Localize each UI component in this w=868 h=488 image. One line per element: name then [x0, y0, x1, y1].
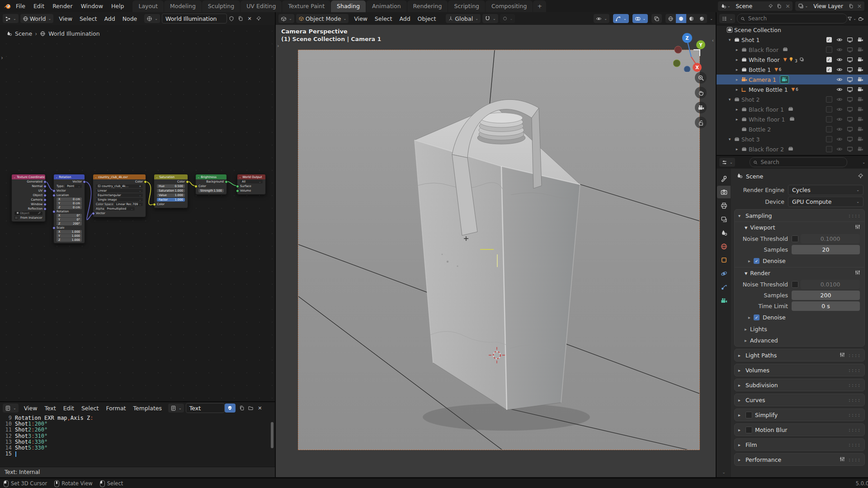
- vector-component[interactable]: X0°: [57, 214, 82, 218]
- vector-component[interactable]: Y0°: [57, 218, 82, 222]
- view-layer-name[interactable]: View Layer: [810, 3, 847, 9]
- pin-icon[interactable]: [254, 14, 263, 23]
- expand-closed-icon[interactable]: ▸: [734, 117, 740, 122]
- output-socket[interactable]: [83, 180, 86, 183]
- slider-hue[interactable]: Hue0.500: [157, 184, 185, 188]
- slider-saturation[interactable]: Saturation1.000: [157, 189, 185, 192]
- sidebar-collapse-icon[interactable]: ‹: [712, 38, 714, 43]
- copy-icon[interactable]: [847, 1, 855, 11]
- expand-closed-icon[interactable]: ▸: [734, 57, 740, 62]
- text-browse-button[interactable]: ⌄: [168, 404, 184, 413]
- shading-wireframe[interactable]: [665, 14, 676, 23]
- exclude-checkbox-off[interactable]: [826, 126, 832, 132]
- text-menu-text[interactable]: Text: [41, 405, 59, 412]
- outliner-search[interactable]: [737, 14, 847, 23]
- constraints-tab[interactable]: [717, 281, 731, 293]
- panel-header[interactable]: ▸Motion Blur::::: [735, 424, 864, 436]
- panel-header[interactable]: ▸Performance::::: [735, 454, 864, 465]
- expand-closed-icon[interactable]: ▸: [734, 67, 740, 72]
- hide-viewport-eye-icon[interactable]: [834, 106, 844, 113]
- hide-viewport-eye-icon[interactable]: [834, 96, 844, 103]
- text-datablock-name[interactable]: Text: [186, 403, 225, 413]
- outliner-row-white-floor[interactable]: ▸White floor▼3✓: [717, 55, 868, 65]
- navigation-gizmo[interactable]: Z Y X: [673, 31, 708, 72]
- vector-component[interactable]: Z200°: [57, 222, 82, 225]
- tab-layout[interactable]: Layout: [132, 0, 164, 12]
- disable-viewports-monitor-icon[interactable]: [844, 66, 855, 73]
- node-country-club-4k-exr[interactable]: ⌄country_club_4k.exrColorcountry_club_4k…: [93, 174, 146, 217]
- menu-help[interactable]: Help: [107, 0, 128, 12]
- new-copy-icon[interactable]: [236, 14, 245, 23]
- scene-selector[interactable]: ⌄ Scene ✕: [718, 1, 793, 11]
- prop-select-render-engine[interactable]: Cycles⌄: [788, 185, 863, 195]
- exclude-checkbox-on[interactable]: ✓: [826, 37, 832, 42]
- disable-viewports-monitor-icon[interactable]: [844, 146, 855, 152]
- node-select[interactable]: Linear Rec.709⌄: [114, 202, 143, 206]
- open-folder-icon[interactable]: [246, 404, 255, 413]
- fake-user-shield-icon[interactable]: [227, 14, 236, 23]
- value-field[interactable]: 20: [792, 245, 860, 254]
- hide-viewport-eye-icon[interactable]: [834, 136, 844, 142]
- viewport-menu-add[interactable]: Add: [396, 15, 414, 22]
- snap-toggle[interactable]: ⌄: [482, 14, 498, 23]
- preset-sliders-icon[interactable]: [854, 269, 861, 277]
- disable-render-camera-icon[interactable]: [855, 47, 865, 53]
- chevron-down-icon[interactable]: ⌄: [14, 176, 15, 178]
- hide-viewport-eye-icon[interactable]: [834, 47, 844, 53]
- blender-logo[interactable]: [3, 1, 12, 11]
- unlink-close-icon[interactable]: ✕: [245, 14, 254, 23]
- node-header[interactable]: ⌄Texture Coordinate: [12, 174, 45, 179]
- tab-modeling[interactable]: Modeling: [164, 0, 202, 12]
- input-socket[interactable]: [153, 203, 156, 206]
- vector-component[interactable]: Y1.000: [57, 234, 82, 238]
- checkbox-off[interactable]: [792, 281, 798, 288]
- view-layer-selector[interactable]: ⌄ View Layer ✕: [795, 1, 864, 11]
- exclude-checkbox-off[interactable]: [826, 47, 832, 53]
- output-socket[interactable]: [43, 194, 47, 197]
- output-tab[interactable]: [717, 199, 731, 212]
- expand-closed-icon[interactable]: ▸: [734, 147, 740, 151]
- text-menu-format[interactable]: Format: [102, 405, 129, 412]
- expand-closed-icon[interactable]: ▸: [734, 107, 740, 112]
- output-socket[interactable]: [225, 180, 228, 183]
- menu-window[interactable]: Window: [77, 0, 107, 12]
- input-socket[interactable]: [236, 185, 239, 188]
- disable-viewports-monitor-icon[interactable]: [844, 96, 855, 103]
- object-field[interactable]: Object: [14, 211, 42, 215]
- outliner-row-bottle-2[interactable]: Bottle 2: [717, 124, 868, 134]
- node-saturation[interactable]: ⌄SaturationColorHue0.500Saturation1.000V…: [154, 174, 188, 208]
- filter-funnel-icon[interactable]: ⌄: [847, 14, 856, 23]
- disable-viewports-monitor-icon[interactable]: [844, 56, 855, 63]
- mode-select[interactable]: Object Mode⌄: [296, 14, 349, 23]
- panel-header[interactable]: ▸Film::::: [735, 439, 864, 450]
- node-header[interactable]: ⌄Rotation: [54, 174, 85, 179]
- overlays-toggle[interactable]: ⌄: [632, 14, 648, 23]
- output-socket[interactable]: [144, 180, 147, 183]
- disable-render-camera-icon[interactable]: [855, 126, 865, 132]
- denoise-row[interactable]: ▸✓Denoise: [735, 256, 864, 267]
- scene-tab[interactable]: [717, 226, 731, 239]
- xray-toggle[interactable]: [651, 14, 662, 23]
- output-socket[interactable]: [43, 203, 47, 206]
- outliner-row-black-floor-2[interactable]: ▸Black floor 2: [717, 144, 868, 154]
- hide-viewport-eye-icon[interactable]: [834, 116, 844, 122]
- node-select[interactable]: Premultiplied⌄: [105, 207, 134, 211]
- denoise-row[interactable]: ▸✓Denoise: [735, 312, 864, 324]
- new-copy-icon[interactable]: [237, 404, 246, 413]
- hide-viewport-eye-icon[interactable]: [834, 37, 844, 43]
- editor-type-button[interactable]: ⌄: [3, 14, 19, 23]
- outliner-row-black-floor[interactable]: ▸Black floor: [717, 45, 868, 55]
- tab-shading[interactable]: Shading: [331, 0, 366, 12]
- outliner-search-input[interactable]: [747, 15, 844, 22]
- viewport-editor-type[interactable]: ⌄: [278, 14, 294, 23]
- exclude-checkbox-off[interactable]: [826, 96, 832, 103]
- hide-viewport-eye-icon[interactable]: [834, 56, 844, 63]
- output-socket[interactable]: [43, 185, 47, 188]
- disable-render-camera-icon[interactable]: [855, 146, 865, 152]
- chevron-down-icon[interactable]: ⌄: [710, 17, 713, 21]
- shader-menu-node[interactable]: Node: [119, 15, 141, 22]
- menu-render[interactable]: Render: [48, 0, 77, 12]
- outliner-row-white-floor-1[interactable]: ▸White floor 1: [717, 114, 868, 124]
- tab-uv-editing[interactable]: UV Editing: [241, 0, 282, 12]
- panel-row-lights[interactable]: ▸Lights: [735, 324, 864, 335]
